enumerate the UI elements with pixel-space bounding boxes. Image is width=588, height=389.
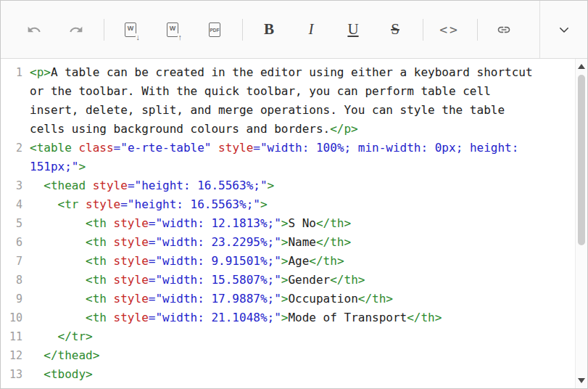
token-val: ="width: 12.1813%;" (149, 216, 281, 230)
insert-link-button[interactable] (488, 14, 520, 46)
word-document-import-icon: W ↓ (125, 22, 136, 37)
token-text (30, 311, 86, 324)
token-tag: <th (86, 254, 114, 268)
token-text: Name (288, 235, 316, 249)
token-attr: style (114, 216, 149, 230)
line-number: 7 (1, 252, 30, 271)
code-text[interactable]: <tbody> (30, 365, 543, 384)
line-number: 11 (1, 327, 30, 346)
line-number: 2 (1, 139, 30, 157)
token-text: S No (288, 216, 316, 230)
bold-button[interactable]: B (253, 14, 285, 46)
code-line: 10 <th style="width: 21.1048%;">Mode of … (1, 308, 587, 327)
redo-button[interactable] (60, 14, 92, 46)
rich-text-editor: W ↓ W ↑ PDF B I U S (0, 0, 588, 389)
code-text[interactable]: <tr style="height: 16.5563%;"> (30, 384, 543, 388)
scrollbar[interactable] (575, 59, 587, 388)
token-text: Gender (288, 273, 330, 287)
token-text (30, 292, 86, 306)
line-number: 13 (1, 365, 30, 384)
scrollbar-thumb[interactable] (578, 75, 585, 245)
token-text (30, 197, 58, 211)
triangle-down-icon[interactable] (578, 378, 585, 383)
line-number: 3 (1, 176, 30, 195)
token-tag: </p> (330, 122, 358, 136)
line-number: 6 (1, 233, 30, 252)
underline-button[interactable]: U (337, 14, 369, 46)
code-text[interactable]: <th style="width: 9.91501%;">Age</th> (30, 252, 543, 271)
code-view-button[interactable]: <> (434, 14, 465, 46)
token-tag: <th (86, 216, 114, 230)
line-number: 9 (1, 290, 30, 308)
token-tag: > (268, 179, 275, 192)
code-line: 13 <tbody> (1, 365, 587, 384)
token-tag: </thead> (44, 348, 99, 362)
token-tag: <tr (58, 386, 86, 388)
code-text[interactable]: <th style="width: 15.5807%;">Gender</th> (30, 271, 543, 290)
code-text[interactable]: <p>A table can be created in the editor … (30, 63, 543, 139)
token-tag: </th> (316, 235, 351, 249)
strikethrough-icon: S (391, 22, 399, 37)
chevron-down-icon (558, 23, 571, 36)
code-line: 8 <th style="width: 15.5807%;">Gender</t… (1, 271, 587, 290)
italic-button[interactable]: I (295, 14, 327, 46)
token-tag: <tbody> (44, 367, 92, 381)
code-line: 4 <tr style="height: 16.5563%;"> (1, 195, 587, 214)
token-text: Age (288, 254, 309, 268)
undo-icon (27, 22, 41, 37)
line-number: 12 (1, 346, 30, 365)
code-text[interactable]: <table class="e-rte-table" style="width:… (30, 139, 543, 176)
export-pdf-button[interactable]: PDF (199, 14, 231, 46)
code-text[interactable]: </thead> (30, 346, 543, 365)
code-text[interactable]: <tr style="height: 16.5563%;"> (30, 195, 543, 214)
code-text[interactable]: <th style="width: 17.9887%;">Occupation<… (30, 290, 543, 308)
token-text (30, 254, 86, 268)
code-line: 5 <th style="width: 12.1813%;">S No</th> (1, 214, 587, 233)
token-attr: style (114, 235, 149, 249)
token-tag: > (78, 160, 86, 173)
code-text[interactable]: <thead style="height: 16.5563%;"> (30, 176, 543, 195)
line-number: 10 (1, 308, 30, 327)
strikethrough-button[interactable]: S (379, 14, 411, 46)
doc-letter: W (167, 25, 178, 32)
token-tag: > (281, 273, 289, 287)
code-line: 11 </tr> (1, 327, 587, 346)
token-val: ="e-rte-table" (114, 141, 212, 155)
toolbar-expand-button[interactable] (539, 1, 587, 58)
code-text[interactable]: </tr> (30, 327, 543, 346)
token-tag: > (281, 254, 289, 268)
code-view-icon: <> (439, 22, 460, 37)
token-attr: style (93, 179, 128, 192)
triangle-up-icon[interactable] (578, 64, 585, 69)
token-val: ="width: 23.2295%;" (149, 235, 281, 249)
token-val: ="height: 16.5563%;" (120, 386, 260, 388)
token-val: ="width: 15.5807%;" (149, 273, 281, 287)
token-tag: > (260, 197, 268, 211)
export-word-button[interactable]: W ↑ (157, 14, 189, 46)
token-tag: <th (86, 273, 114, 287)
line-number: 5 (1, 214, 30, 233)
import-word-button[interactable]: W ↓ (115, 14, 146, 46)
token-val: ="height: 16.5563%;" (128, 179, 268, 192)
code-view-editor[interactable]: 1<p>A table can be created in the editor… (1, 59, 587, 388)
token-tag: <tr (58, 197, 86, 211)
token-val: ="width: 9.91501%;" (149, 254, 281, 268)
arrow-down-icon: ↓ (136, 33, 141, 41)
code-text[interactable]: <th style="width: 21.1048%;">Mode of Tra… (30, 308, 543, 327)
token-tag: > (281, 311, 289, 324)
code-line: 3 <thead style="height: 16.5563%;"> (1, 176, 587, 195)
token-attr: style (114, 273, 149, 287)
token-tag: </th> (407, 311, 442, 324)
code-text[interactable]: <th style="width: 23.2295%;">Name</th> (30, 233, 543, 252)
token-tag: <p> (30, 65, 51, 79)
token-text (30, 348, 44, 362)
token-text (211, 141, 218, 155)
code-line: 2<table class="e-rte-table" style="width… (1, 139, 587, 176)
code-text[interactable]: <th style="width: 12.1813%;">S No</th> (30, 214, 543, 233)
token-attr: style (86, 197, 120, 211)
undo-button[interactable] (18, 14, 50, 46)
token-attr: style (114, 254, 149, 268)
token-tag: > (281, 292, 289, 306)
word-document-export-icon: W ↑ (167, 22, 178, 37)
token-tag: <th (86, 311, 114, 324)
